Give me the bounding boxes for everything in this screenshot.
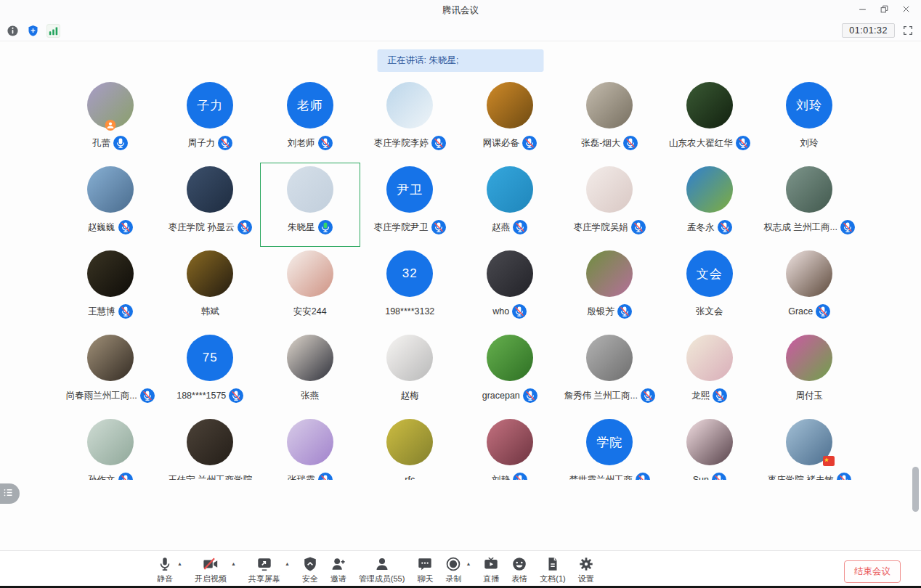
avatar-wrap: 子力: [187, 82, 233, 128]
avatar-wrap: [187, 250, 233, 297]
member-list-toggle[interactable]: [0, 483, 20, 504]
mic-muted-icon: [513, 473, 527, 480]
avatar-wrap: [686, 82, 733, 128]
participant-tile[interactable]: 王慧博: [60, 247, 161, 331]
participant-name-row: 刘老师: [288, 136, 333, 150]
participant-tile[interactable]: 山东农大翟红华: [660, 78, 760, 163]
toolbar-settings-button[interactable]: 设置: [578, 555, 594, 584]
participant-tile[interactable]: 75 188****1575: [161, 331, 261, 415]
participant-name-row: 楚世霞兰州工商: [569, 473, 651, 480]
mic-muted-icon: [513, 220, 527, 234]
participant-name: 安安244: [293, 306, 327, 318]
participant-tile[interactable]: gracepan: [460, 331, 560, 415]
participant-name-row: 山东农大翟红华: [669, 136, 750, 150]
chevron-up-icon[interactable]: ▲: [285, 561, 290, 566]
participant-name: 孔蕾: [92, 137, 110, 150]
participant-tile[interactable]: 朱晓星: [260, 163, 360, 247]
participant-tile[interactable]: 詹秀伟 兰州工商...: [560, 331, 660, 415]
scrollbar-thumb[interactable]: [912, 467, 919, 512]
avatar-lotus-leaves-photo: [487, 335, 533, 381]
participant-tile[interactable]: 殷银芳: [560, 247, 660, 331]
toolbar-security-button[interactable]: 安全: [302, 555, 318, 584]
participant-name: gracepan: [482, 391, 520, 401]
participant-name: 枣庄学院尹卫: [374, 221, 429, 234]
maximize-button[interactable]: [873, 1, 895, 19]
participant-tile[interactable]: 韩斌: [161, 247, 261, 331]
participant-tile[interactable]: Sun: [660, 415, 760, 480]
participant-tile[interactable]: 王佳宁 兰州工商学院: [161, 415, 261, 480]
participant-tile[interactable]: 枣庄学院李婷: [360, 78, 460, 163]
minimize-button[interactable]: [851, 1, 873, 19]
avatar-wrap: 刘玲: [786, 82, 832, 128]
participant-tile[interactable]: 网课必备: [460, 78, 560, 163]
participant-tile[interactable]: 刘玲 刘玲: [760, 78, 860, 163]
avatar-moon-girl-art: [87, 250, 134, 297]
participant-name: 周付玉: [796, 390, 824, 402]
participant-tile[interactable]: 文会 张文会: [660, 247, 760, 331]
participant-tile[interactable]: 赵梅: [360, 331, 460, 415]
chevron-up-icon[interactable]: ▲: [231, 561, 236, 566]
participant-tile[interactable]: 张磊-烟大: [560, 78, 660, 163]
participant-tile[interactable]: 学院 楚世霞兰州工商: [560, 415, 660, 480]
participant-name: 赵梅: [401, 390, 419, 402]
chevron-up-icon[interactable]: ▲: [177, 561, 182, 566]
members-icon: [374, 555, 390, 572]
toolbar-start-video-button[interactable]: 开启视频 ▲: [195, 555, 236, 584]
chevron-up-icon[interactable]: ▲: [466, 561, 471, 566]
participant-tile[interactable]: 龙熙: [660, 331, 760, 415]
shield-plus-icon[interactable]: [26, 24, 40, 38]
mic-muted-icon: [816, 304, 830, 319]
toolbar-chat-button[interactable]: 聊天: [417, 555, 433, 584]
avatar-wrap: 文会: [686, 250, 733, 297]
participant-name: 权志成 兰州工商...: [764, 221, 837, 234]
end-meeting-button[interactable]: 结束会议: [844, 560, 901, 583]
participant-tile[interactable]: 孟冬永: [660, 163, 760, 247]
toolbar-invite-button[interactable]: 邀请: [330, 555, 346, 584]
avatar-wrap: [586, 250, 633, 297]
avatar-wrap: 75: [187, 335, 233, 381]
close-button[interactable]: [895, 1, 917, 19]
participant-tile[interactable]: 枣庄学院吴娟: [560, 163, 660, 247]
toolbar-mute-button[interactable]: 静音 ▲: [157, 555, 182, 584]
network-signal-icon[interactable]: [46, 24, 60, 38]
meeting-info-icon[interactable]: [6, 24, 20, 38]
participant-tile[interactable]: 孔蕾: [60, 78, 161, 163]
participant-tile[interactable]: 32 198****3132: [360, 247, 460, 331]
toolbar-share-screen-button[interactable]: 共享屏幕 ▲: [248, 555, 290, 584]
participant-tile[interactable]: 子力 周子力: [161, 78, 261, 163]
speaking-banner: 正在讲话: 朱晓星;: [378, 49, 544, 72]
participant-name-row: 龙熙: [691, 388, 727, 403]
participant-tile[interactable]: 枣庄学院 褚夫敏: [760, 415, 860, 480]
participant-tile[interactable]: 老师 刘老师: [260, 78, 360, 163]
toolbar-record-button[interactable]: 录制 ▲: [445, 555, 471, 584]
avatar-initials: 32: [386, 250, 433, 297]
participant-tile[interactable]: 张燕: [260, 331, 360, 415]
participant-tile[interactable]: 尚春雨兰州工商...: [60, 331, 161, 415]
participant-tile[interactable]: 安安244: [260, 247, 360, 331]
participant-tile[interactable]: 赵燕: [460, 163, 560, 247]
docs-icon: [545, 555, 561, 572]
fullscreen-toggle[interactable]: [902, 25, 914, 36]
participant-tile[interactable]: 枣庄学院 孙显云: [161, 163, 261, 247]
participant-tile[interactable]: 尹卫 枣庄学院尹卫: [360, 163, 460, 247]
toolbar-manage-members-button[interactable]: 管理成员(55): [359, 555, 405, 584]
participant-name: 詹秀伟 兰州工商...: [564, 390, 638, 402]
toolbar-emoji-button[interactable]: 表情: [511, 555, 527, 584]
participant-tile[interactable]: 赵巍巍: [60, 163, 161, 247]
participant-tile[interactable]: 张瑞霞: [260, 415, 360, 480]
mic-muted-icon: [736, 136, 750, 150]
participant-tile[interactable]: Grace: [760, 247, 860, 331]
status-bar: 01:01:32: [0, 20, 921, 41]
participant-tile[interactable]: rfc: [360, 415, 460, 480]
avatar-grassland-sky-photo: [686, 166, 733, 213]
participant-tile[interactable]: 孙作文: [60, 415, 161, 480]
toolbar-live-button[interactable]: 直播: [483, 555, 499, 584]
participant-tile[interactable]: 权志成 兰州工商...: [760, 163, 860, 247]
toolbar-item-label: 管理成员(55): [359, 573, 405, 584]
meeting-timer: 01:01:32: [842, 23, 895, 38]
participant-tile[interactable]: 周付玉: [760, 331, 860, 415]
participant-tile[interactable]: who: [460, 247, 560, 331]
toolbar-docs-button[interactable]: 文档(1): [540, 555, 565, 584]
participant-name: rfc: [405, 475, 415, 480]
participant-tile[interactable]: 刘静: [460, 415, 560, 480]
